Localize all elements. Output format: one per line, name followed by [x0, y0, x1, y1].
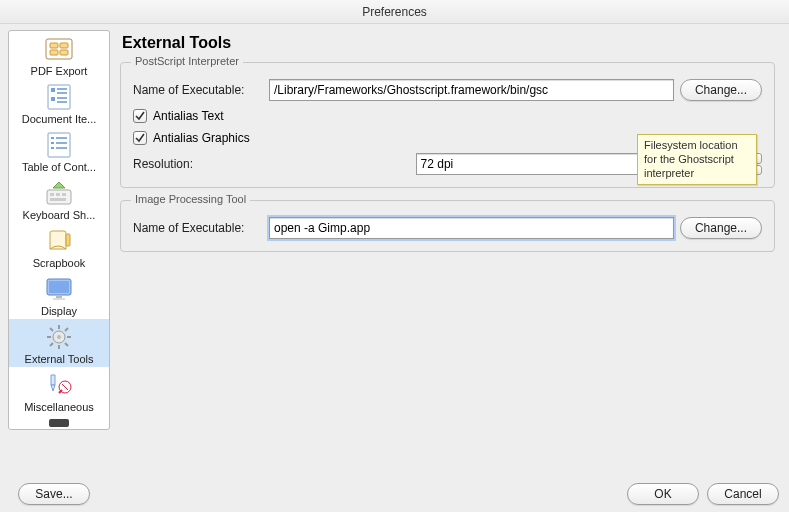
document-items-icon — [11, 82, 107, 112]
svg-rect-2 — [60, 43, 68, 48]
svg-rect-21 — [50, 193, 54, 196]
scrapbook-icon — [11, 226, 107, 256]
svg-rect-27 — [49, 281, 69, 293]
svg-rect-24 — [50, 198, 66, 201]
svg-rect-16 — [56, 142, 67, 144]
svg-rect-3 — [50, 50, 58, 55]
svg-rect-6 — [51, 88, 55, 92]
image-tool-executable-row: Name of Executable: Change... — [133, 217, 762, 239]
svg-rect-11 — [57, 101, 67, 103]
sidebar-item-keyboard-shortcuts[interactable]: Keyboard Sh... — [9, 175, 109, 223]
group-legend: Image Processing Tool — [131, 193, 250, 205]
antialias-text-checkbox[interactable]: Antialias Text — [133, 109, 223, 123]
svg-rect-8 — [57, 92, 67, 94]
sidebar-item-external-tools[interactable]: External Tools — [9, 319, 109, 367]
sidebar-item-label: Miscellaneous — [11, 401, 107, 413]
svg-rect-10 — [57, 97, 67, 99]
svg-rect-0 — [46, 39, 72, 59]
keyboard-shortcuts-icon — [11, 178, 107, 208]
preferences-sidebar-list[interactable]: PDF Export Document Ite... Table of Cont… — [9, 31, 109, 429]
svg-rect-25 — [66, 234, 70, 246]
svg-line-38 — [65, 328, 68, 331]
svg-rect-18 — [56, 147, 67, 149]
checkbox-label: Antialias Graphics — [153, 131, 250, 145]
svg-rect-22 — [56, 193, 60, 196]
dialog-footer: Save... OK Cancel — [0, 476, 789, 512]
table-of-contents-icon — [11, 130, 107, 160]
antialias-graphics-checkbox[interactable]: Antialias Graphics — [133, 131, 250, 145]
svg-line-36 — [65, 343, 68, 346]
ok-button[interactable]: OK — [627, 483, 699, 505]
tooltip: Filesystem location for the Ghostscript … — [637, 134, 757, 185]
svg-rect-4 — [60, 50, 68, 55]
sidebar-item-pdf-export[interactable]: PDF Export — [9, 31, 109, 79]
antialias-text-row: Antialias Text — [133, 109, 762, 123]
svg-rect-9 — [51, 97, 55, 101]
image-tool-change-button[interactable]: Change... — [680, 217, 762, 239]
sidebar-item-document-items[interactable]: Document Ite... — [9, 79, 109, 127]
sidebar-item-display[interactable]: Display — [9, 271, 109, 319]
svg-rect-7 — [57, 88, 67, 90]
svg-rect-43 — [49, 419, 69, 427]
svg-rect-28 — [56, 296, 62, 298]
resolution-label: Resolution: — [133, 157, 213, 171]
page-title: External Tools — [122, 34, 775, 52]
sidebar-item-scrapbook[interactable]: Scrapbook — [9, 223, 109, 271]
svg-rect-29 — [53, 298, 65, 300]
window-title: Preferences — [0, 0, 789, 24]
svg-rect-23 — [62, 193, 66, 196]
preferences-window: Preferences PDF Export Document Ite... — [0, 0, 789, 512]
postscript-executable-input[interactable] — [269, 79, 674, 101]
pdf-export-icon — [11, 34, 107, 64]
svg-rect-1 — [50, 43, 58, 48]
postscript-executable-label: Name of Executable: — [133, 83, 263, 97]
sidebar-item-label: Scrapbook — [11, 257, 107, 269]
svg-rect-20 — [47, 190, 71, 204]
body: PDF Export Document Ite... Table of Cont… — [0, 24, 789, 436]
sidebar-item-label: Keyboard Sh... — [11, 209, 107, 221]
sidebar-item-miscellaneous[interactable]: Miscellaneous — [9, 367, 109, 415]
display-icon — [11, 274, 107, 304]
checkbox-checked-icon — [133, 109, 147, 123]
cancel-button[interactable]: Cancel — [707, 483, 779, 505]
preferences-sidebar: PDF Export Document Ite... Table of Cont… — [8, 30, 110, 430]
svg-line-37 — [50, 343, 53, 346]
sidebar-item-label: Document Ite... — [11, 113, 107, 125]
external-tools-icon — [11, 322, 107, 352]
partial-icon — [11, 417, 107, 429]
sidebar-item-label: External Tools — [11, 353, 107, 365]
svg-rect-13 — [51, 137, 54, 139]
svg-rect-17 — [51, 147, 54, 149]
svg-rect-15 — [51, 142, 54, 144]
checkbox-checked-icon — [133, 131, 147, 145]
image-processing-tool-group: Image Processing Tool Name of Executable… — [120, 200, 775, 252]
image-tool-executable-input[interactable] — [269, 217, 674, 239]
sidebar-item-label: Display — [11, 305, 107, 317]
group-legend: PostScript Interpreter — [131, 55, 243, 67]
sidebar-item-label: Table of Cont... — [11, 161, 107, 173]
svg-point-39 — [57, 335, 61, 339]
sidebar-item-partial[interactable] — [9, 415, 109, 429]
sidebar-item-label: PDF Export — [11, 65, 107, 77]
checkbox-label: Antialias Text — [153, 109, 223, 123]
postscript-executable-row: Name of Executable: Change... — [133, 79, 762, 101]
svg-line-42 — [62, 384, 68, 390]
main-panel: External Tools PostScript Interpreter Na… — [110, 30, 781, 430]
image-tool-executable-label: Name of Executable: — [133, 221, 263, 235]
save-button[interactable]: Save... — [18, 483, 90, 505]
svg-line-41 — [59, 390, 62, 393]
svg-marker-19 — [53, 182, 65, 188]
miscellaneous-icon — [11, 370, 107, 400]
svg-rect-12 — [48, 133, 70, 157]
postscript-change-button[interactable]: Change... — [680, 79, 762, 101]
sidebar-item-table-of-contents[interactable]: Table of Cont... — [9, 127, 109, 175]
svg-rect-14 — [56, 137, 67, 139]
svg-line-35 — [50, 328, 53, 331]
